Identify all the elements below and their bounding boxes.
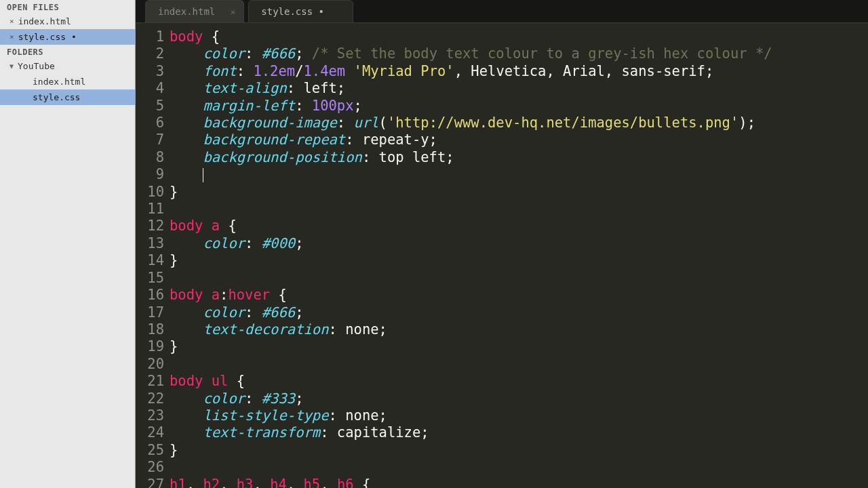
- code-line[interactable]: text-transform: capitalize;: [170, 424, 868, 441]
- code-line[interactable]: }: [170, 442, 868, 459]
- code-line[interactable]: [170, 166, 868, 183]
- line-number: 6: [136, 115, 164, 131]
- code-line[interactable]: }: [170, 338, 868, 355]
- open-file-item[interactable]: ×index.html: [0, 14, 135, 29]
- code-line[interactable]: font: 1.2em/1.4em 'Myriad Pro', Helvetic…: [170, 63, 868, 80]
- editor-main: index.html×style.css • 12345678910111213…: [136, 0, 868, 488]
- line-number: 22: [136, 390, 164, 407]
- close-icon[interactable]: ×: [230, 7, 235, 17]
- code-line[interactable]: body a:hover {: [170, 287, 868, 304]
- code-line[interactable]: background-repeat: repeat-y;: [170, 131, 868, 148]
- sidebar-file-item[interactable]: style.css: [0, 89, 135, 105]
- line-number: 4: [136, 80, 164, 97]
- line-number: 15: [136, 270, 164, 287]
- code-line[interactable]: text-align: left;: [170, 80, 868, 97]
- close-icon[interactable]: ×: [9, 33, 14, 41]
- line-number: 1: [136, 28, 164, 45]
- line-number: 3: [136, 63, 164, 80]
- code-line[interactable]: [170, 459, 868, 476]
- line-number: 5: [136, 98, 164, 115]
- line-number: 14: [136, 252, 164, 269]
- tab-label: style.css •: [261, 6, 324, 17]
- code-line[interactable]: text-decoration: none;: [170, 321, 868, 338]
- line-number: 23: [136, 407, 164, 424]
- line-number: 9: [136, 166, 164, 183]
- code-line[interactable]: background-image: url('http://www.dev-hq…: [170, 115, 868, 131]
- folder-label: YouTube: [18, 61, 55, 71]
- line-number: 8: [136, 149, 164, 166]
- code-line[interactable]: color: #666; /* Set the body text colour…: [170, 45, 868, 62]
- line-number: 7: [136, 131, 164, 148]
- code-line[interactable]: }: [170, 184, 868, 201]
- code-editor[interactable]: 1234567891011121314151617181920212223242…: [136, 23, 868, 488]
- tab-style-css[interactable]: style.css •: [248, 0, 353, 22]
- line-number: 16: [136, 287, 164, 304]
- sidebar: OPEN FILES ×index.html×style.css • FOLDE…: [0, 0, 136, 488]
- code-line[interactable]: color: #000;: [170, 235, 868, 252]
- line-number: 11: [136, 201, 164, 218]
- folders-header: FOLDERS: [0, 45, 135, 58]
- sidebar-folder-root[interactable]: ▼ YouTube: [0, 58, 135, 74]
- tab-index-html[interactable]: index.html×: [145, 0, 244, 22]
- line-number: 13: [136, 235, 164, 252]
- code-line[interactable]: body ul {: [170, 373, 868, 390]
- code-line[interactable]: [170, 201, 868, 218]
- line-number: 18: [136, 321, 164, 338]
- code-line[interactable]: [170, 356, 868, 373]
- open-file-label: style.css •: [18, 32, 77, 42]
- code-area[interactable]: body { color: #666; /* Set the body text…: [170, 28, 868, 488]
- code-line[interactable]: }: [170, 252, 868, 269]
- line-number: 19: [136, 338, 164, 355]
- code-line[interactable]: list-style-type: none;: [170, 407, 868, 424]
- sidebar-file-item[interactable]: index.html: [0, 74, 135, 89]
- line-number: 21: [136, 373, 164, 390]
- code-line[interactable]: h1, h2, h3, h4, h5, h6 {: [170, 476, 868, 488]
- line-number: 20: [136, 356, 164, 373]
- code-line[interactable]: margin-left: 100px;: [170, 98, 868, 115]
- open-file-item[interactable]: ×style.css •: [0, 29, 135, 45]
- tab-label: index.html: [158, 6, 215, 17]
- line-number: 10: [136, 184, 164, 201]
- line-number: 2: [136, 45, 164, 62]
- line-number: 25: [136, 442, 164, 459]
- open-files-header: OPEN FILES: [0, 0, 135, 14]
- code-line[interactable]: color: #333;: [170, 390, 868, 407]
- text-cursor: [203, 168, 203, 182]
- code-line[interactable]: [170, 270, 868, 287]
- open-file-label: index.html: [18, 16, 71, 26]
- line-number: 27: [136, 476, 164, 488]
- code-line[interactable]: color: #666;: [170, 304, 868, 321]
- chevron-down-icon: ▼: [9, 62, 14, 70]
- line-number: 24: [136, 424, 164, 441]
- tabbar: index.html×style.css •: [136, 0, 868, 23]
- line-number: 17: [136, 304, 164, 321]
- code-line[interactable]: body {: [170, 28, 868, 45]
- line-number: 12: [136, 218, 164, 235]
- code-line[interactable]: body a {: [170, 218, 868, 235]
- close-icon[interactable]: ×: [9, 17, 14, 26]
- code-line[interactable]: background-position: top left;: [170, 149, 868, 166]
- gutter: 1234567891011121314151617181920212223242…: [136, 28, 170, 488]
- line-number: 26: [136, 459, 164, 476]
